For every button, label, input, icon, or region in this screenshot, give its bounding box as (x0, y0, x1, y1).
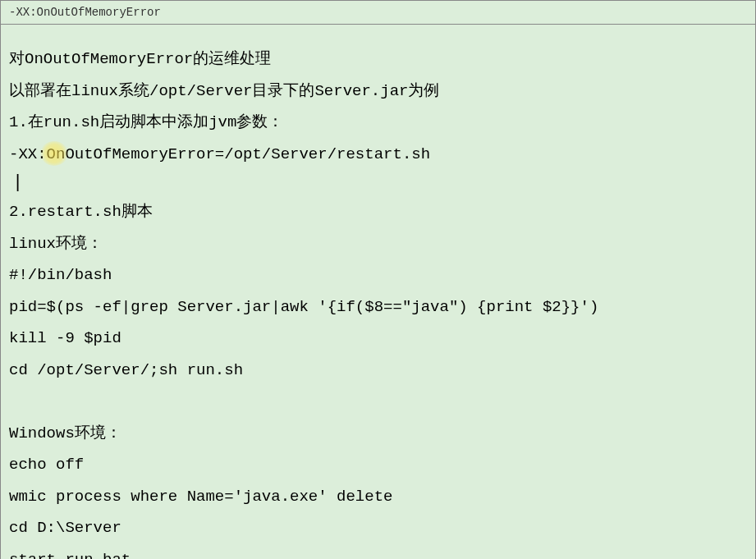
jvm-param-text: -XX:OnOutOfMemoryError=/opt/Server/resta… (9, 143, 430, 167)
jvm-param-line: -XX:OnOutOfMemoryError=/opt/Server/resta… (9, 143, 747, 167)
linux-line1: #!/bin/bash (9, 263, 747, 287)
header-title: -XX:OnOutOfMemoryError (9, 6, 161, 19)
document-body: 对OnOutOfMemoryError的运维处理 以部署在linux系统/opt… (0, 25, 756, 559)
windows-line3: cd D:\Server (9, 516, 747, 540)
text-caret: | (12, 174, 747, 192)
windows-line2: wmic process where Name='java.exe' delet… (9, 485, 747, 509)
section1-heading: 1.在run.sh启动脚本中添加jvm参数： (9, 111, 747, 135)
intro-line2: 以部署在linux系统/opt/Server目录下的Server.jar为例 (9, 80, 747, 103)
linux-line3: kill -9 $pid (9, 327, 747, 351)
windows-line4: start run.bat (9, 548, 747, 560)
windows-line1: echo off (9, 453, 747, 477)
header-bar: -XX:OnOutOfMemoryError (0, 0, 756, 25)
section2-heading: 2.restart.sh脚本 (9, 200, 747, 224)
linux-line4: cd /opt/Server/;sh run.sh (9, 359, 747, 383)
linux-label: linux环境： (9, 232, 747, 256)
intro-line1: 对OnOutOfMemoryError的运维处理 (9, 48, 747, 71)
linux-line2: pid=$(ps -ef|grep Server.jar|awk '{if($8… (9, 296, 747, 319)
windows-label: Windows环境： (9, 422, 747, 446)
